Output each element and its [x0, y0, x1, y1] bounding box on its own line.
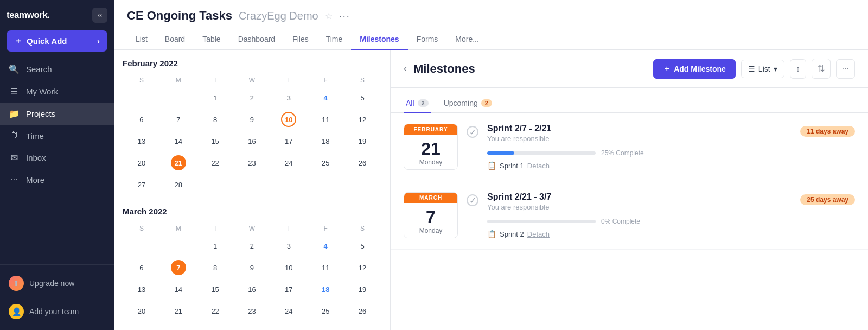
milestone-item: FEBRUARY 21 Monday ✓ Sprint 2/7 - 2/21 Y… [391, 113, 868, 181]
sidebar-footer: ⬆ Upgrade now 👤 Add your team [0, 264, 114, 330]
back-button[interactable]: ‹ [404, 63, 407, 74]
milestones-title: Milestones [413, 62, 475, 76]
sidebar-item-label: More [26, 175, 44, 185]
page-title-row: CE Ongoing Tasks CrazyEgg Demo ☆ ··· [127, 9, 855, 23]
linked-name: Sprint 1 [500, 162, 524, 170]
milestone-check-button[interactable]: ✓ [467, 126, 478, 138]
tab-dashboard[interactable]: Dashboard [229, 29, 284, 50]
sidebar: teamwork. ‹‹ ＋ Quick Add › 🔍 Search ☰ My… [0, 0, 114, 330]
tab-files[interactable]: Files [284, 29, 317, 50]
plus-icon: ＋ [663, 64, 671, 74]
milestones-list: FEBRUARY 21 Monday ✓ Sprint 2/7 - 2/21 Y… [391, 113, 868, 330]
add-milestone-label: Add Milestone [674, 65, 726, 73]
sidebar-item-search[interactable]: 🔍 Search [0, 58, 114, 80]
progress-bar-bg [487, 151, 596, 155]
milestone-progress: 25% Complete [487, 149, 855, 157]
march-title: March 2022 [123, 207, 381, 216]
progress-bar-fill [487, 151, 514, 155]
dots-icon: ··· [9, 175, 20, 185]
sidebar-item-label: Projects [26, 109, 55, 118]
date-card-month: FEBRUARY [404, 124, 457, 135]
content-area: February 2022 SMTWTFS 1 2 3 [114, 50, 868, 330]
team-avatar: 👤 [9, 304, 24, 319]
sidebar-collapse-button[interactable]: ‹‹ [92, 8, 107, 23]
calendar-panel: February 2022 SMTWTFS 1 2 3 [114, 50, 391, 330]
upcoming-badge: 2 [481, 99, 492, 107]
february-grid: SMTWTFS 1 2 3 4 5 [123, 73, 381, 196]
list-view-button[interactable]: ☰ List ▾ [741, 60, 784, 78]
detach-button[interactable]: Detach [527, 230, 550, 238]
calendar-march: March 2022 SMTWTFS 1 2 3 [123, 207, 381, 330]
date-card-day: 7 [407, 208, 454, 226]
sidebar-logo: teamwork. [7, 10, 50, 21]
filter-tab-upcoming[interactable]: Upcoming 2 [442, 94, 494, 113]
search-icon: 🔍 [9, 64, 20, 74]
filter-icon-button[interactable]: ⇅ [812, 59, 831, 79]
plus-icon: ＋ [14, 36, 22, 46]
star-icon[interactable]: ☆ [325, 11, 333, 21]
page-title: CE Ongoing Tasks [127, 9, 232, 23]
milestone-responsible: You are responsible [487, 135, 855, 143]
add-team-item[interactable]: 👤 Add your team [7, 300, 107, 323]
tab-milestones[interactable]: Milestones [351, 29, 407, 50]
milestone-responsible: You are responsible [487, 203, 855, 211]
date-card-weekday: Monday [407, 227, 454, 234]
sidebar-item-mywork[interactable]: ☰ My Work [0, 80, 114, 103]
quick-add-button[interactable]: ＋ Quick Add › [7, 30, 107, 52]
milestone-item: MARCH 7 Monday ✓ Sprint 2/21 - 3/7 You a… [391, 181, 868, 250]
milestone-date-card: MARCH 7 Monday [404, 192, 458, 238]
date-card-month: MARCH [404, 193, 457, 203]
progress-label: 25% Complete [601, 149, 644, 157]
list-icon: ☰ [748, 65, 755, 73]
tab-forms[interactable]: Forms [408, 29, 447, 50]
tab-table[interactable]: Table [194, 29, 229, 50]
upgrade-label: Upgrade now [29, 279, 74, 288]
tab-bar: List Board Table Dashboard Files Time Mi… [127, 29, 855, 49]
sidebar-item-label: My Work [26, 87, 58, 96]
all-label: All [406, 99, 414, 107]
add-milestone-button[interactable]: ＋ Add Milestone [653, 59, 736, 79]
upcoming-label: Upcoming [444, 99, 478, 107]
days-away-badge: 25 days away [800, 194, 855, 205]
calendar-february: February 2022 SMTWTFS 1 2 3 [123, 59, 381, 196]
inbox-icon: ✉ [9, 153, 20, 163]
sidebar-item-more[interactable]: ··· More [0, 169, 114, 191]
date-card-weekday: Monday [407, 158, 454, 166]
sidebar-item-label: Search [26, 65, 52, 74]
milestones-panel: ‹ Milestones ＋ Add Milestone ☰ List ▾ ↕ … [391, 50, 868, 330]
milestones-actions: ＋ Add Milestone ☰ List ▾ ↕ ⇅ ··· [653, 59, 855, 79]
sort-icon-button[interactable]: ↕ [790, 59, 806, 79]
folder-icon: 📁 [9, 109, 20, 119]
task-icon: 📋 [487, 230, 496, 238]
top-bar: CE Ongoing Tasks CrazyEgg Demo ☆ ··· Lis… [114, 0, 868, 50]
milestone-check-button[interactable]: ✓ [467, 194, 478, 206]
sidebar-item-time[interactable]: ⏱ Time [0, 125, 114, 147]
tab-time[interactable]: Time [317, 29, 352, 50]
filter-tabs: All 2 Upcoming 2 [391, 88, 868, 113]
header-more-icon[interactable]: ··· [339, 10, 350, 22]
march-grid: SMTWTFS 1 2 3 4 5 [123, 221, 381, 330]
main-content: CE Ongoing Tasks CrazyEgg Demo ☆ ··· Lis… [114, 0, 868, 330]
date-card-day: 21 [407, 140, 454, 157]
sidebar-item-inbox[interactable]: ✉ Inbox [0, 147, 114, 169]
upgrade-item[interactable]: ⬆ Upgrade now [7, 271, 107, 295]
tab-more[interactable]: More... [446, 29, 488, 50]
filter-tab-all[interactable]: All 2 [404, 94, 431, 113]
all-badge: 2 [418, 99, 429, 107]
logo-text: teamwork. [7, 10, 50, 21]
february-title: February 2022 [123, 59, 381, 68]
quick-add-label: Quick Add [27, 36, 67, 46]
more-options-button[interactable]: ··· [836, 59, 855, 79]
task-icon: 📋 [487, 161, 496, 170]
milestone-progress: 0% Complete [487, 218, 855, 225]
detach-button[interactable]: Detach [527, 162, 550, 170]
timer-icon: ⏱ [9, 131, 20, 141]
progress-label: 0% Complete [601, 218, 640, 225]
arrow-icon: › [97, 36, 100, 46]
list-icon: ☰ [9, 86, 20, 97]
tab-board[interactable]: Board [156, 29, 194, 50]
chevron-down-icon: ▾ [774, 65, 777, 73]
sidebar-item-projects[interactable]: 📁 Projects [0, 103, 114, 125]
tab-list[interactable]: List [127, 29, 156, 50]
sidebar-nav: 🔍 Search ☰ My Work 📁 Projects ⏱ Time ✉ I… [0, 58, 114, 264]
